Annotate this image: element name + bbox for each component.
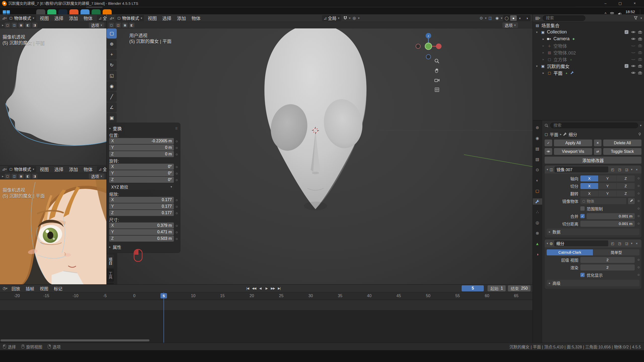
- menu-item[interactable]: 选择: [52, 15, 66, 21]
- animate-dot-icon[interactable]: [176, 141, 178, 142]
- hide-eye-icon[interactable]: [631, 51, 635, 54]
- close-button[interactable]: ×: [627, 0, 642, 7]
- animate-dot-icon[interactable]: [176, 206, 178, 208]
- breadcrumb-modifier[interactable]: 细分: [569, 131, 577, 138]
- playhead-frame-badge[interactable]: 5: [160, 293, 167, 298]
- outliner-row-witch-collection[interactable]: ▾ ▣ 沉默的魔女 ✓: [533, 63, 644, 69]
- expand-icon[interactable]: ▸: [541, 58, 545, 61]
- flip-z-button[interactable]: Z: [617, 191, 635, 197]
- flip-x-button[interactable]: X: [580, 191, 598, 197]
- gizmo-caret[interactable]: ▾: [485, 16, 487, 20]
- render-toggle-icon[interactable]: ◲: [624, 241, 629, 246]
- menu-item[interactable]: 插帧: [23, 285, 37, 292]
- blender-menu-icon[interactable]: [3, 2, 7, 6]
- menu-item[interactable]: 选择: [52, 166, 66, 172]
- ortho-toggle-icon[interactable]: [433, 86, 441, 94]
- menu-item[interactable]: 物体: [81, 15, 95, 21]
- menu-item[interactable]: 标记: [51, 285, 65, 292]
- add-modifier-button[interactable]: 添加修改器: [545, 157, 641, 164]
- edit-mode-toggle-icon[interactable]: ◰: [610, 241, 615, 246]
- menu-item[interactable]: 添加: [174, 15, 189, 21]
- animate-dot-icon[interactable]: [176, 154, 178, 155]
- axis-y-button[interactable]: Y: [598, 175, 617, 182]
- tool-add-cube[interactable]: ▣: [107, 113, 117, 123]
- disable-render-camera-icon[interactable]: [638, 51, 642, 54]
- menu-item[interactable]: 选择: [159, 15, 174, 21]
- tool-select-box[interactable]: ▢: [107, 28, 117, 38]
- viewport-side[interactable]: ⊿▾ ▢物体模式▾ 视图选择添加物体 ◿全局▾ ▸ ▢ ◫ ▣ ◧ ◨ 选项▾: [0, 14, 107, 165]
- animate-dot-icon[interactable]: [176, 225, 178, 227]
- collection-checkbox[interactable]: ✓: [625, 30, 628, 34]
- attributes-panel-label[interactable]: 属性: [113, 244, 121, 250]
- tool-cursor[interactable]: ⊕: [107, 39, 117, 49]
- animate-dot-icon[interactable]: [176, 166, 178, 168]
- sidebar-tab[interactable]: 项目: [107, 255, 114, 268]
- camera-view-icon[interactable]: [433, 76, 441, 84]
- hide-eye-icon[interactable]: [631, 44, 635, 47]
- editor-type-icon[interactable]: ⊿▾: [2, 15, 7, 21]
- merge-checkbox[interactable]: ✓: [580, 214, 585, 218]
- expand-icon[interactable]: ▾: [535, 64, 539, 68]
- maximize-button[interactable]: ▢: [613, 0, 627, 7]
- animate-dot-icon[interactable]: [638, 200, 639, 202]
- subdivision-name-field[interactable]: 细分: [554, 240, 608, 246]
- menu-item[interactable]: 回放: [9, 285, 23, 292]
- tab-object-data[interactable]: ▲: [533, 241, 542, 247]
- options-dropdown[interactable]: 选项▾: [89, 173, 104, 179]
- dimensions-x-field[interactable]: X0.379 m: [109, 222, 174, 229]
- outliner-row-cube[interactable]: ▸ ▢ 立方体 ▲: [533, 56, 644, 63]
- tab-material[interactable]: ◑: [533, 251, 542, 257]
- location-z-field[interactable]: Z0 m: [109, 151, 174, 157]
- tab-view-layer[interactable]: ▧: [533, 156, 542, 162]
- toggle-icon[interactable]: ⇄: [594, 148, 601, 155]
- bisect-distance-field[interactable]: 0.001 m: [580, 221, 635, 227]
- viewport-side-canvas[interactable]: [0, 28, 106, 165]
- tool-transform[interactable]: ◉: [107, 81, 117, 91]
- disable-render-camera-icon[interactable]: [638, 31, 642, 34]
- animate-dot-icon[interactable]: [176, 212, 178, 214]
- dimensions-y-field[interactable]: Y0.471 m: [109, 229, 174, 235]
- shading-rendered-icon[interactable]: ◑: [524, 15, 530, 21]
- select-circle-icon[interactable]: ▣: [18, 23, 24, 28]
- animate-dot-icon[interactable]: [638, 185, 639, 187]
- subdivision-panel-header[interactable]: ▾ ◍ 细分 ◰ ◳ ◲ ▾ ×: [545, 239, 641, 247]
- expand-icon[interactable]: ▸: [541, 44, 545, 48]
- search-filter-caret[interactable]: ▾: [640, 124, 641, 127]
- outliner-search-input[interactable]: [543, 15, 585, 21]
- animate-dot-icon[interactable]: [638, 223, 639, 224]
- disable-render-camera-icon[interactable]: [638, 71, 642, 74]
- animate-dot-icon[interactable]: [638, 274, 639, 276]
- menu-item[interactable]: 添加: [66, 15, 81, 21]
- tab-scene[interactable]: ⊙: [533, 167, 542, 173]
- mirror-object-field[interactable]: ▢物体: [580, 198, 626, 204]
- levels-render-field[interactable]: 2: [580, 264, 635, 270]
- frame-start-field[interactable]: 起始1: [488, 285, 506, 291]
- editor-type-icon[interactable]: ⊿▾: [109, 15, 115, 21]
- animate-dot-icon[interactable]: [176, 232, 178, 233]
- disable-render-camera-icon[interactable]: [638, 37, 642, 40]
- orientation-dropdown[interactable]: ◿全局▾: [97, 15, 106, 21]
- timeline-tracks[interactable]: [0, 300, 533, 343]
- animate-dot-icon[interactable]: [638, 208, 639, 209]
- scale-x-field[interactable]: X0.177: [109, 197, 174, 203]
- menu-item[interactable]: 物体: [81, 166, 95, 172]
- rotation-z-field[interactable]: Z0°: [109, 177, 174, 183]
- rotation-x-field[interactable]: X0°: [109, 164, 174, 170]
- viewport-main[interactable]: ⊿▾ ▢物体模式▾ 视图选择添加物体 ◿全局▾ ▾ ◎ ▾ ⊙ ▾ ◫ ◉ ▾ …: [107, 14, 533, 284]
- clear-icon[interactable]: ✕: [594, 140, 601, 146]
- tab-particles[interactable]: ∴: [533, 209, 542, 215]
- hide-eye-icon[interactable]: [631, 31, 635, 33]
- select-box-icon[interactable]: ◫: [12, 23, 17, 28]
- overlays-caret[interactable]: ▾: [501, 16, 502, 20]
- show-gizmo-icon[interactable]: ⊙: [478, 15, 484, 21]
- render-toggle-icon[interactable]: ◲: [624, 167, 629, 172]
- overlays-icon[interactable]: ◉: [494, 15, 500, 21]
- rotation-y-field[interactable]: Y0°: [109, 170, 174, 176]
- select-lasso-icon[interactable]: ◧: [25, 174, 31, 179]
- hide-eye-icon[interactable]: [631, 58, 635, 61]
- filter-funnel-icon[interactable]: [633, 15, 639, 21]
- transport-button[interactable]: ◀◀: [251, 285, 257, 291]
- select-lasso-icon[interactable]: ◧: [25, 23, 31, 28]
- extras-caret[interactable]: ▾: [631, 242, 632, 245]
- tab-tool[interactable]: ⊛: [533, 124, 542, 131]
